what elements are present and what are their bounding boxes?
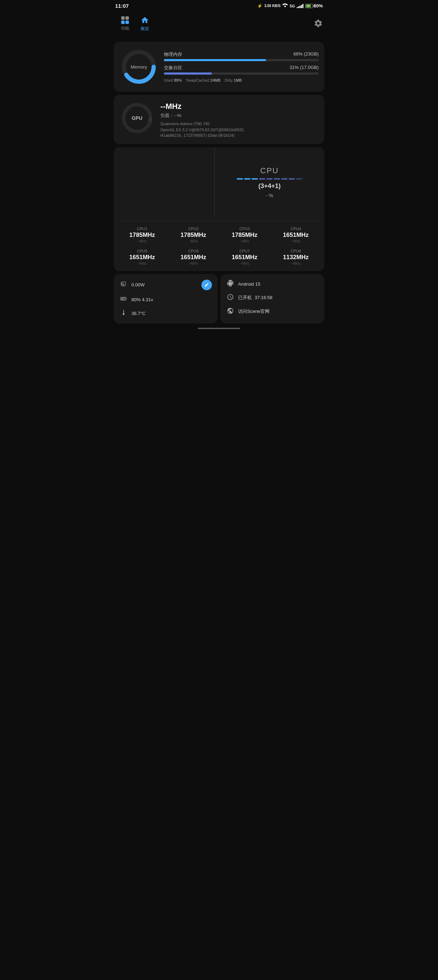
power-row: 0.00W	[119, 280, 212, 290]
pencil-icon	[204, 283, 209, 288]
nav-tab-functions[interactable]: 功能	[115, 13, 135, 34]
svg-rect-10	[121, 298, 125, 300]
bottom-grid: 0.00W 80% 4.31v 3	[114, 274, 324, 323]
cpu-core-1: CPU1 1785MHz ~MHz	[119, 227, 165, 243]
freq-bar-6	[274, 178, 280, 180]
memory-donut-label: Memory	[131, 64, 147, 70]
nav-bar: 功能 概览	[110, 10, 328, 39]
core-label-4: CPU4	[291, 227, 301, 231]
physical-bar-fill	[164, 59, 266, 61]
power-icon	[119, 280, 128, 289]
freq-bar-1	[236, 178, 243, 180]
status-bar: 11:07 ⚡ 3.00 KB/S 5G ⚡ 80%	[110, 0, 328, 10]
gpu-mhz: --MHz	[160, 102, 319, 111]
core-mhz-2: 1785MHz	[181, 232, 206, 239]
memory-info: 物理内存 66% (23GB) 交换分区 31% (17.0GB) Used 8…	[164, 51, 319, 83]
cpu-core-8: CPU8 1132MHz ~MHz	[273, 249, 319, 266]
temperature-icon	[119, 309, 128, 318]
battery-row: 80% 4.31v	[119, 295, 212, 304]
cpu-core-6: CPU6 1651MHz ~MHz	[171, 249, 216, 266]
freq-bar-9	[296, 178, 302, 180]
core-label-2: CPU2	[188, 227, 198, 231]
physical-memory-row: 物理内存 66% (23GB)	[164, 51, 319, 61]
cpu-title: CPU	[260, 166, 279, 175]
swap-bar-fill	[164, 73, 212, 75]
edit-button[interactable]	[202, 280, 212, 290]
network-speed: 3.00 KB/S	[264, 4, 281, 8]
core-label-6: CPU6	[188, 249, 198, 253]
cpu-freq-bars	[236, 178, 302, 180]
cpu-core-5: CPU5 1651MHz ~MHz	[119, 249, 165, 266]
freq-bar-8	[289, 178, 295, 180]
cpu-core-7: CPU7 1651MHz ~MHz	[222, 249, 267, 266]
physical-bar-bg	[164, 59, 319, 61]
swapcached-label: SwapCached 24MB	[186, 78, 221, 83]
android-icon	[226, 280, 235, 288]
core-sub-1: ~MHz	[137, 239, 147, 243]
core-sub-4: ~MHz	[291, 239, 300, 243]
cpu-divider	[119, 221, 319, 221]
temp-row: 36.7°C	[119, 309, 212, 318]
grid-icon	[121, 16, 129, 24]
5g-icon: 5G	[290, 4, 295, 8]
used-label: Used 89%	[164, 78, 182, 83]
nav-label-functions: 功能	[121, 25, 129, 32]
gpu-circle-label: GPU	[132, 115, 142, 121]
status-icons: ⚡ 3.00 KB/S 5G ⚡ 80%	[257, 3, 323, 8]
gpu-info: --MHz 负载：--% Qualcomm Adreno (TM) 740 Op…	[160, 100, 319, 138]
website-row[interactable]: 访问Scene官网	[226, 307, 319, 316]
core-sub-3: ~MHz	[240, 239, 249, 243]
os-text: Android 15	[238, 282, 260, 287]
core-mhz-4: 1651MHz	[283, 232, 309, 239]
core-label-5: CPU5	[137, 249, 147, 253]
gpu-card: GPU --MHz 负载：--% Qualcomm Adreno (TM) 74…	[114, 95, 324, 144]
website-text: 访问Scene官网	[238, 308, 270, 315]
freq-bar-3	[251, 178, 258, 180]
core-sub-7: ~MHz	[240, 262, 249, 266]
core-sub-2: ~MHz	[189, 239, 198, 243]
battery-text: 80% 4.31v	[132, 297, 153, 302]
battery-icon	[119, 295, 128, 304]
settings-button[interactable]	[314, 19, 323, 29]
swap-memory-row: 交换分区 31% (17.0GB)	[164, 65, 319, 75]
cpu-grid: CPU1 1785MHz ~MHz CPU2 1785MHz ~MHz CPU3…	[114, 227, 324, 271]
core-sub-5: ~MHz	[137, 262, 147, 266]
core-mhz-5: 1651MHz	[129, 254, 155, 261]
core-mhz-7: 1651MHz	[232, 254, 257, 261]
os-row: Android 15	[226, 280, 319, 288]
core-label-1: CPU1	[137, 227, 147, 231]
core-mhz-6: 1651MHz	[181, 254, 206, 261]
gpu-circle: GPU	[119, 100, 155, 136]
power-card: 0.00W 80% 4.31v 3	[114, 274, 217, 323]
home-icon	[141, 16, 149, 24]
nav-label-overview: 概览	[141, 26, 149, 32]
gpu-description: Qualcomm Adreno (TM) 740 OpenGL ES 3.2 V…	[160, 121, 319, 138]
svg-rect-9	[126, 298, 127, 299]
system-card: Android 15 已开机 37:16:58 访问Scene官网	[221, 274, 324, 323]
cpu-core-4: CPU4 1651MHz ~MHz	[273, 227, 319, 243]
signal-icon	[297, 4, 303, 8]
freq-bar-5	[266, 178, 273, 180]
temperature-text: 36.7°C	[132, 311, 146, 316]
freq-bar-2	[244, 178, 251, 180]
core-mhz-3: 1785MHz	[232, 232, 257, 239]
freq-bar-7	[281, 178, 287, 180]
core-label-7: CPU7	[240, 249, 250, 253]
memory-stats: Used 89% SwapCached 24MB Dirty 1MB	[164, 78, 319, 83]
core-sub-6: ~MHz	[189, 262, 198, 266]
status-time: 11:07	[115, 3, 129, 9]
uptime-text: 已开机 37:16:58	[238, 294, 272, 301]
nav-tab-overview[interactable]: 概览	[135, 13, 155, 35]
home-indicator	[198, 328, 240, 329]
core-mhz-8: 1132MHz	[283, 254, 309, 261]
cpu-percent: - %	[266, 192, 273, 198]
battery-charging-icon: ⚡	[306, 4, 310, 8]
core-mhz-1: 1785MHz	[129, 232, 155, 239]
swap-memory-label: 交换分区 31% (17.0GB)	[164, 65, 319, 71]
cpu-chart-right: CPU (3+4+1) - %	[215, 147, 324, 218]
dirty-label: Dirty 1MB	[225, 78, 241, 83]
battery-indicator: ⚡ 80%	[305, 3, 323, 8]
freq-bar-4	[259, 178, 265, 180]
cpu-core-2: CPU2 1785MHz ~MHz	[171, 227, 216, 243]
gear-icon	[314, 19, 323, 28]
